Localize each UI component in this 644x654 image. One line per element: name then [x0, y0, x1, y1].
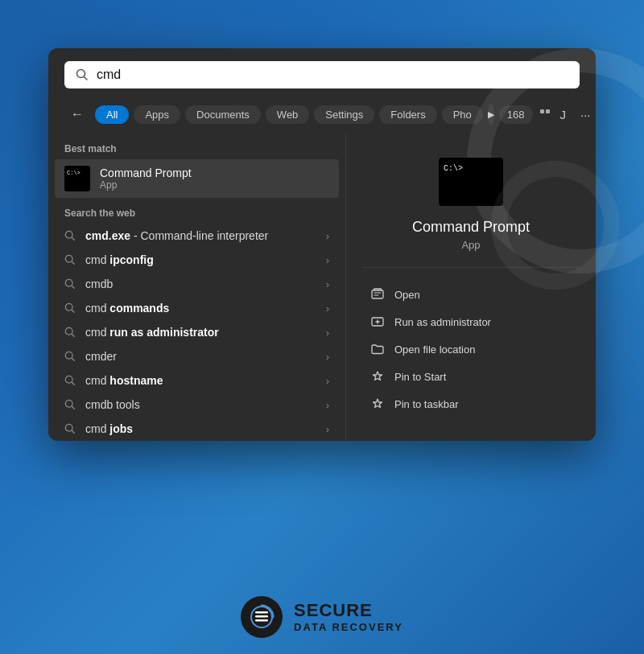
admin-icon: [370, 315, 385, 329]
action-pin-start[interactable]: Pin to Start: [362, 363, 580, 390]
web-result-text-7: cmdb tools: [85, 398, 140, 411]
svg-line-15: [72, 358, 74, 360]
web-result-6[interactable]: cmd hostname ›: [48, 368, 345, 393]
filter-letter-badge[interactable]: J: [555, 105, 572, 125]
action-open-location[interactable]: Open file location: [362, 335, 580, 363]
right-panel: Command Prompt App Open: [346, 134, 596, 441]
best-match-item[interactable]: Command Prompt App: [55, 159, 339, 198]
web-result-4[interactable]: cmd run as administrator ›: [48, 320, 345, 344]
search-input-wrapper: cmd: [64, 61, 580, 88]
web-result-arrow-7: ›: [326, 399, 329, 411]
action-list: Open Run as administrator: [362, 281, 580, 417]
filter-apps[interactable]: Apps: [134, 105, 180, 124]
web-result-arrow-4: ›: [326, 327, 329, 339]
svg-line-5: [72, 237, 74, 240]
brand-subtitle: DATA RECOVERY: [294, 621, 403, 633]
action-pin-taskbar[interactable]: Pin to taskbar: [362, 390, 580, 417]
web-result-text-0: cmd.exe - Command-line interpreter: [85, 229, 268, 242]
web-result-arrow-5: ›: [326, 351, 329, 363]
svg-line-11: [72, 310, 74, 312]
brand-text: SECURE DATA RECOVERY: [294, 601, 403, 632]
svg-rect-27: [255, 619, 268, 622]
folder-icon: [370, 342, 385, 356]
web-result-text-3: cmd commands: [85, 302, 169, 315]
best-match-label: Best match: [48, 134, 345, 159]
best-match-title: Command Prompt: [100, 167, 192, 179]
svg-rect-28: [255, 611, 268, 614]
web-result-arrow-8: ›: [326, 423, 329, 435]
filter-bar-icon: [539, 109, 551, 120]
filter-bar: ← All Apps Documents Web Settings Folder…: [48, 98, 596, 134]
filter-documents[interactable]: Documents: [185, 105, 261, 124]
search-icon-1: [64, 254, 76, 265]
search-window: cmd ← All Apps Documents Web Settings Fo…: [48, 48, 596, 441]
best-match-subtitle: App: [100, 179, 192, 191]
svg-line-17: [72, 382, 74, 385]
svg-rect-26: [255, 615, 268, 618]
panel-divider: [362, 267, 580, 268]
svg-line-7: [72, 261, 74, 264]
search-icon: [76, 68, 89, 81]
app-preview-icon: [439, 158, 503, 206]
web-result-text-6: cmd hostname: [85, 374, 163, 387]
web-result-1[interactable]: cmd ipconfig ›: [48, 248, 345, 272]
filter-settings[interactable]: Settings: [314, 105, 374, 124]
svg-line-19: [72, 406, 74, 409]
search-icon-2: [64, 278, 76, 290]
cmd-app-icon: [64, 166, 90, 191]
search-input[interactable]: cmd: [97, 68, 568, 82]
filter-all[interactable]: All: [95, 105, 129, 124]
web-search-label: Search the web: [48, 198, 345, 224]
search-icon-5: [64, 351, 76, 362]
left-panel: Best match Command Prompt App Search the…: [48, 134, 346, 441]
back-button[interactable]: ←: [64, 104, 90, 125]
web-result-text-5: cmder: [85, 350, 117, 363]
app-type: App: [461, 239, 480, 251]
search-icon-7: [64, 399, 76, 410]
svg-line-13: [72, 334, 74, 336]
filter-folders[interactable]: Folders: [379, 105, 436, 124]
app-name: Command Prompt: [412, 219, 530, 236]
web-result-8[interactable]: cmd jobs ›: [48, 417, 345, 441]
search-icon-0: [64, 230, 76, 241]
web-result-text-8: cmd jobs: [85, 422, 133, 435]
web-result-arrow-1: ›: [326, 254, 329, 266]
web-result-arrow-2: ›: [326, 278, 329, 290]
action-pin-start-label: Pin to Start: [394, 371, 446, 383]
filter-web[interactable]: Web: [266, 105, 310, 124]
action-open-location-label: Open file location: [394, 343, 475, 356]
pin-taskbar-icon: [370, 397, 385, 411]
branding-section: SECURE DATA RECOVERY: [241, 572, 403, 654]
filter-more-button[interactable]: ···: [576, 105, 596, 125]
action-open[interactable]: Open: [362, 281, 580, 308]
action-open-label: Open: [394, 289, 420, 301]
filter-number-badge[interactable]: 168: [499, 105, 533, 124]
brand-logo-svg: [246, 602, 277, 632]
web-result-3[interactable]: cmd commands ›: [48, 296, 345, 320]
svg-line-21: [72, 430, 74, 433]
web-result-text-4: cmd run as administrator: [85, 326, 219, 339]
action-run-admin[interactable]: Run as administrator: [362, 308, 580, 335]
web-result-text-1: cmd ipconfig: [85, 253, 154, 266]
svg-rect-2: [540, 109, 544, 113]
search-icon-8: [64, 423, 76, 434]
web-result-0[interactable]: cmd.exe - Command-line interpreter ›: [48, 224, 345, 248]
search-icon-4: [64, 327, 76, 338]
svg-line-9: [72, 286, 74, 288]
filter-play-button[interactable]: ▶: [488, 104, 494, 125]
main-content: Best match Command Prompt App Search the…: [48, 134, 596, 441]
search-bar-area: cmd: [48, 48, 596, 98]
svg-rect-3: [546, 109, 550, 113]
web-result-arrow-3: ›: [326, 302, 329, 315]
search-icon-6: [64, 375, 76, 386]
action-run-admin-label: Run as administrator: [394, 316, 491, 328]
filter-pho[interactable]: Pho: [442, 105, 483, 124]
web-result-7[interactable]: cmdb tools ›: [48, 393, 345, 417]
action-pin-taskbar-label: Pin to taskbar: [394, 398, 459, 410]
pin-start-icon: [370, 369, 385, 384]
search-icon-3: [64, 302, 76, 314]
web-result-5[interactable]: cmder ›: [48, 344, 345, 368]
best-match-text: Command Prompt App: [100, 167, 192, 191]
svg-rect-22: [372, 290, 383, 298]
web-result-2[interactable]: cmdb ›: [48, 272, 345, 296]
